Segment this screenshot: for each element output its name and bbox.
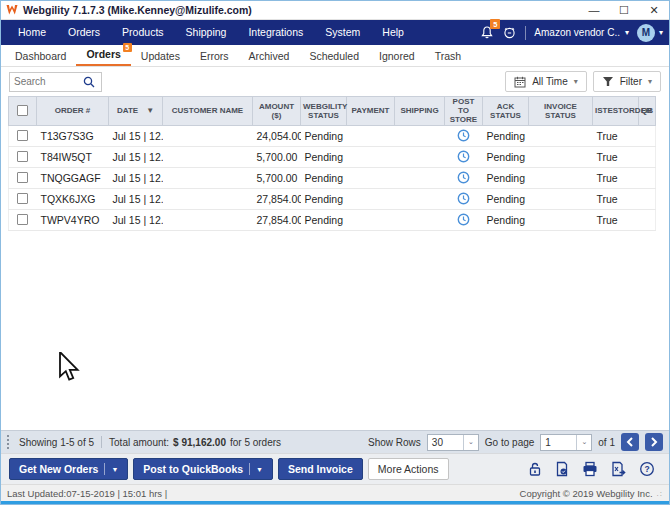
col-ack-status[interactable]: ACK STATUS (483, 97, 529, 126)
table-row[interactable]: TWPV4YROJul 15 | 12...27,854.00PendingPe… (9, 209, 656, 230)
select-all-header[interactable] (9, 97, 37, 126)
webgility-logo-icon (6, 4, 18, 16)
row-checkbox[interactable] (17, 193, 28, 204)
col-invoice-status[interactable]: INVOICE STATUS (529, 97, 593, 126)
cell-invoice-status (529, 146, 593, 167)
menu-help[interactable]: Help (371, 20, 415, 45)
cell-post-to-store (445, 146, 483, 167)
svg-text:?: ? (644, 464, 649, 474)
tab-errors[interactable]: Errors (190, 47, 239, 66)
cell-webgility-status: Pending (301, 188, 347, 209)
cell-customer-name (163, 125, 253, 146)
panel-grip-handle[interactable] (7, 435, 9, 449)
row-checkbox[interactable] (17, 214, 28, 225)
printer-icon[interactable] (582, 461, 598, 477)
resize-grip[interactable]: .: (657, 489, 663, 498)
pending-clock-icon[interactable] (457, 213, 470, 226)
table-row[interactable]: T13G7S3GJul 15 | 12...24,054.00PendingPe… (9, 125, 656, 146)
filter-dropdown[interactable]: Filter ▾ (593, 71, 661, 92)
pending-clock-icon[interactable] (457, 129, 470, 142)
prev-page-button[interactable] (621, 433, 639, 451)
menu-home[interactable]: Home (7, 20, 57, 45)
tab-trash[interactable]: Trash (425, 47, 471, 66)
row-checkbox[interactable] (17, 151, 28, 162)
col-payment[interactable]: PAYMENT (347, 97, 395, 126)
store-selector-dropdown[interactable]: Amazon vendor C.. ▾ (534, 27, 629, 38)
cell-order-number: TWPV4YRO (37, 209, 109, 230)
col-post-to-store[interactable]: POST TO STORE (445, 97, 483, 126)
document-check-icon[interactable] (555, 461, 569, 477)
col-istestorder[interactable]: ISTESTORDER (593, 97, 639, 126)
cell-istestorder: True (593, 167, 639, 188)
cell-amount: 27,854.00 (253, 188, 301, 209)
tab-archived[interactable]: Archived (239, 47, 300, 66)
send-invoice-button[interactable]: Send Invoice (278, 458, 363, 480)
showing-count: Showing 1-5 of 5 (19, 437, 94, 448)
col-order-number[interactable]: ORDER # (37, 97, 109, 126)
date-range-dropdown[interactable]: All Time ▾ (505, 71, 587, 92)
page-value: 1 (545, 437, 551, 448)
export-document-icon[interactable] (611, 461, 626, 477)
lock-icon[interactable] (528, 461, 542, 477)
cell-istestorder: True (593, 125, 639, 146)
notification-badge: 5 (490, 19, 500, 29)
show-rows-select[interactable]: 30 ⌄ (427, 434, 479, 451)
search-icon[interactable] (82, 75, 96, 89)
cell-shipping (395, 209, 445, 230)
scheduler-clock-icon[interactable] (502, 25, 517, 40)
col-amount[interactable]: AMOUNT ($) (253, 97, 301, 126)
next-page-button[interactable] (645, 433, 663, 451)
close-button[interactable]: ✕ (639, 1, 669, 19)
cell-qb (639, 146, 656, 167)
pending-clock-icon[interactable] (457, 192, 470, 205)
menu-system[interactable]: System (314, 20, 371, 45)
menu-products[interactable]: Products (111, 20, 174, 45)
chevron-right-icon (650, 437, 658, 447)
cell-date: Jul 15 | 12... (109, 146, 163, 167)
minimize-button[interactable]: — (579, 1, 609, 19)
notifications-bell-icon[interactable]: 5 (480, 25, 494, 40)
menu-shipping[interactable]: Shipping (175, 20, 238, 45)
tab-ignored[interactable]: Ignored (369, 47, 425, 66)
send-invoice-label: Send Invoice (288, 463, 353, 475)
user-menu[interactable]: M ▾ (637, 24, 663, 42)
chevron-down-icon: ▾ (574, 77, 578, 86)
table-row[interactable]: TQXK6JXGJul 15 | 12...27,854.00PendingPe… (9, 188, 656, 209)
post-to-quickbooks-button[interactable]: Post to QuickBooks ▼ (133, 458, 273, 480)
select-all-checkbox[interactable] (17, 105, 28, 116)
col-customer-name[interactable]: CUSTOMER NAME (163, 97, 253, 126)
pending-clock-icon[interactable] (457, 171, 470, 184)
cell-ack-status: Pending (483, 167, 529, 188)
menu-integrations[interactable]: Integrations (237, 20, 314, 45)
col-date[interactable]: DATE▼ (109, 97, 163, 126)
cell-date: Jul 15 | 12... (109, 125, 163, 146)
menu-orders[interactable]: Orders (57, 20, 111, 45)
col-qb[interactable]: QB (639, 97, 656, 126)
help-icon[interactable]: ? (639, 461, 655, 477)
tab-scheduled[interactable]: Scheduled (299, 47, 369, 66)
cell-customer-name (163, 188, 253, 209)
tab-dashboard[interactable]: Dashboard (5, 47, 76, 66)
cell-payment (347, 188, 395, 209)
maximize-button[interactable]: ☐ (609, 1, 639, 19)
orders-grid: ORDER # DATE▼ CUSTOMER NAME AMOUNT ($) W… (1, 96, 669, 430)
tab-updates[interactable]: Updates (131, 47, 190, 66)
pending-clock-icon[interactable] (457, 150, 470, 163)
row-checkbox[interactable] (17, 130, 28, 141)
search-input[interactable] (10, 76, 82, 87)
cell-amount: 27,854.00 (253, 209, 301, 230)
table-row[interactable]: TNQGGAGFJul 15 | 12...5,700.00PendingPen… (9, 167, 656, 188)
col-webgility-status[interactable]: WEBGILITY STATUS (301, 97, 347, 126)
cell-istestorder: True (593, 146, 639, 167)
cell-post-to-store (445, 167, 483, 188)
page-select[interactable]: 1 ⌄ (540, 434, 592, 451)
col-shipping[interactable]: SHIPPING (395, 97, 445, 126)
get-new-orders-button[interactable]: Get New Orders ▼ (9, 458, 128, 480)
table-row[interactable]: T84IW5QTJul 15 | 12...5,700.00PendingPen… (9, 146, 656, 167)
pagination-bar: Showing 1-5 of 5 Total amount: $ 91,162.… (1, 430, 669, 453)
cell-date: Jul 15 | 12... (109, 188, 163, 209)
tab-orders[interactable]: Orders 5 (76, 45, 130, 66)
more-actions-button[interactable]: More Actions (368, 458, 449, 480)
divider (249, 463, 250, 475)
row-checkbox[interactable] (17, 172, 28, 183)
